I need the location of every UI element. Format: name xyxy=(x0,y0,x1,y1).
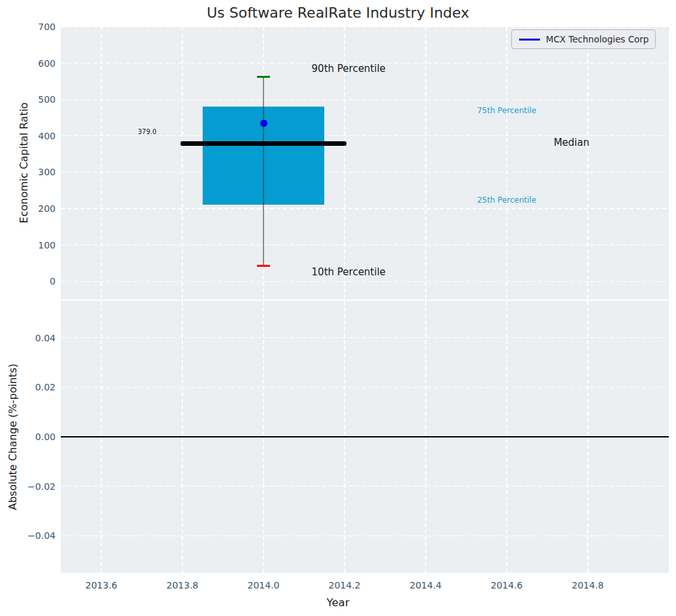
gridline-h xyxy=(61,99,669,100)
gridline-h xyxy=(61,281,669,282)
y-tick-label: 100 xyxy=(10,240,56,250)
gridline-h xyxy=(61,387,669,388)
x-tick-label: 2014.4 xyxy=(396,580,455,590)
x-tick-label: 2014.8 xyxy=(558,580,617,590)
legend: MCX Technologies Corp xyxy=(511,29,656,49)
boxplot-whisker xyxy=(263,77,264,265)
zero-reference-line xyxy=(61,436,669,437)
gridline-h xyxy=(61,27,669,27)
annotation-10th-percentile: 10th Percentile xyxy=(312,266,386,278)
boxplot-cap-90th xyxy=(257,76,270,78)
mcx-data-point xyxy=(260,120,267,127)
gridline-v xyxy=(506,27,507,299)
y-tick-label: 0 xyxy=(10,276,56,286)
gridline-h xyxy=(61,337,669,338)
x-tick-label: 2014.0 xyxy=(234,580,293,590)
annotation-25th-percentile: 25th Percentile xyxy=(477,196,537,205)
panel-absolute-change xyxy=(61,301,669,573)
panel-economic-capital-ratio: 90th Percentile75th PercentileMedian25th… xyxy=(61,27,669,299)
chart-title: Us Software RealRate Industry Index xyxy=(0,5,676,21)
legend-label: MCX Technologies Corp xyxy=(546,34,649,44)
y-tick-label: 400 xyxy=(10,131,56,141)
x-tick-label: 2013.8 xyxy=(153,580,212,590)
y-tick-label: −0.04 xyxy=(10,530,56,541)
gridline-h xyxy=(61,536,669,536)
y-tick-label: 200 xyxy=(10,203,56,214)
y-tick-label: 600 xyxy=(10,58,56,69)
x-tick-label: 2014.2 xyxy=(315,580,374,590)
x-axis-label-year: Year xyxy=(0,596,676,609)
gridline-h xyxy=(61,135,669,136)
gridline-v xyxy=(425,27,426,299)
y-tick-label: 500 xyxy=(10,94,56,105)
gridline-h xyxy=(61,208,669,209)
legend-line-swatch xyxy=(519,39,540,41)
gridline-v xyxy=(182,27,182,299)
annotation-90th-percentile: 90th Percentile xyxy=(312,63,386,75)
y-tick-label: 300 xyxy=(10,167,56,177)
boxplot-median-line xyxy=(180,141,346,146)
figure: Us Software RealRate Industry Index 90th… xyxy=(0,0,676,616)
boxplot-cap-10th xyxy=(257,265,270,267)
y-tick-label: 0.00 xyxy=(10,432,56,442)
gridline-h xyxy=(61,172,669,173)
x-tick-label: 2013.6 xyxy=(72,580,131,590)
y-tick-label: −0.02 xyxy=(10,481,56,492)
gridline-v xyxy=(101,27,101,299)
y-tick-label: 0.04 xyxy=(10,333,56,343)
annotation-median: Median xyxy=(554,137,590,148)
x-tick-label: 2014.6 xyxy=(477,580,536,590)
y-tick-label: 700 xyxy=(10,22,56,32)
gridline-h xyxy=(61,486,669,487)
y-tick-label: 0.02 xyxy=(10,382,56,392)
annotation-75th-percentile: 75th Percentile xyxy=(477,106,537,115)
gridline-v xyxy=(587,27,588,299)
gridline-h xyxy=(61,245,669,245)
annotation-379-0: 379.0 xyxy=(138,128,157,135)
